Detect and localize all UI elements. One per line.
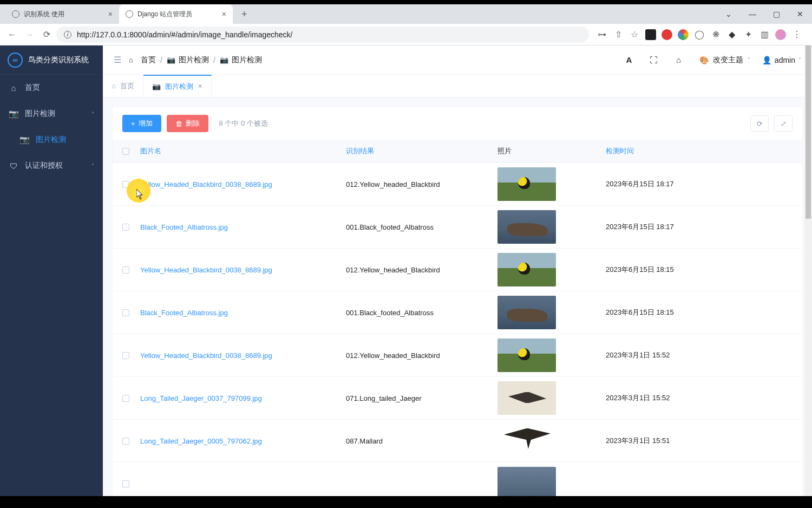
close-window-icon[interactable]: ✕ (788, 4, 812, 24)
column-result[interactable]: 识别结果 (340, 140, 492, 163)
side-panel-icon[interactable]: ▥ (759, 29, 770, 40)
browser-tab-0[interactable]: 识别系统 使用 × (5, 4, 119, 24)
checkbox-icon[interactable] (122, 480, 129, 487)
close-icon[interactable]: × (222, 10, 226, 18)
sidebar-item-label: 图片检测 (25, 109, 55, 119)
checkbox-icon[interactable] (122, 148, 129, 155)
sidebar-item-image-detect[interactable]: 📷 图片检测 ˄ (0, 101, 103, 127)
camera-icon: 📷 (9, 109, 18, 119)
share-icon[interactable]: ⇧ (613, 29, 624, 40)
sidebar-brand[interactable]: ∞ 鸟类分类识别系统 (0, 45, 103, 75)
refresh-button[interactable]: ⟳ (750, 115, 769, 132)
content-tab-image-detect[interactable]: 📷 图片检测 ✕ (143, 75, 212, 97)
minimize-icon[interactable]: — (741, 4, 764, 24)
cell-filename: Black_Footed_Albatross.jpg (135, 206, 340, 249)
page-scrollbar-thumb[interactable] (806, 45, 811, 219)
thumbnail-image[interactable] (497, 467, 556, 500)
checkbox-icon[interactable] (122, 352, 129, 359)
row-checkbox-cell[interactable] (113, 163, 135, 206)
browser-menu-icon[interactable]: ⋮ (791, 29, 802, 40)
checkbox-icon[interactable] (122, 224, 129, 231)
expand-button[interactable]: ⤢ (774, 115, 793, 132)
row-checkbox-cell[interactable] (113, 420, 135, 463)
cell-filename: Yellow_Headed_Blackbird_0038_8689.jpg (135, 163, 340, 206)
content-tab-home[interactable]: ⌂ 首页 (103, 75, 143, 97)
maximize-icon[interactable]: ▢ (764, 4, 788, 24)
filename-link[interactable]: Black_Footed_Albatross.jpg (140, 223, 228, 231)
browser-tab-1[interactable]: Django 站点管理员 × (119, 4, 233, 24)
url-text: http://127.0.0.1:8000/admin/#/admin/imag… (77, 30, 293, 39)
sidebar-subitem-image-detect[interactable]: 📷 图片检测 (11, 127, 103, 153)
thumbnail-image[interactable] (497, 253, 556, 286)
thumbnail-image[interactable] (497, 381, 556, 415)
theme-switcher[interactable]: 🎨 改变主题 ˅ (695, 55, 755, 65)
cell-filename: Yellow_Headed_Blackbird_0038_8689.jpg (135, 249, 340, 291)
password-key-icon[interactable]: ⊶ (597, 29, 607, 40)
filename-link[interactable]: Yellow_Headed_Blackbird_0038_8689.jpg (140, 266, 272, 274)
bookmark-star-icon[interactable]: ☆ (629, 29, 640, 40)
ext-icon-5[interactable]: ❋ (710, 29, 721, 40)
back-icon[interactable]: ← (4, 27, 19, 42)
breadcrumb-image-group[interactable]: 📷 图片检测 (167, 55, 209, 65)
ext-icon-2[interactable] (662, 29, 672, 40)
add-button[interactable]: + 增加 (122, 115, 161, 132)
checkbox-icon[interactable] (122, 395, 129, 402)
globe-icon (126, 10, 133, 18)
row-checkbox-cell[interactable] (113, 206, 135, 249)
sidebar-item-auth[interactable]: 🛡 认证和授权 ˅ (0, 153, 103, 179)
ext-icon-3[interactable] (678, 29, 689, 40)
column-filename[interactable]: 图片名 (135, 140, 340, 163)
thumbnail-image[interactable] (497, 210, 556, 244)
breadcrumb-home[interactable]: ⌂ 首页 (129, 55, 156, 65)
checkbox-icon[interactable] (122, 309, 129, 316)
forward-icon[interactable]: → (22, 27, 37, 42)
extensions-puzzle-icon[interactable]: ✦ (743, 29, 754, 40)
ext-icon-6[interactable]: ◆ (726, 29, 737, 40)
reload-icon[interactable]: ⟳ (39, 27, 54, 42)
ext-icon-4[interactable]: ◯ (694, 29, 705, 40)
delete-button[interactable]: 🗑 删除 (167, 115, 208, 132)
row-checkbox-cell[interactable] (113, 334, 135, 377)
font-size-icon[interactable]: A (620, 51, 638, 69)
site-info-icon[interactable]: i (64, 31, 71, 38)
column-time[interactable]: 检测时间 (600, 140, 802, 163)
cell-photo (492, 206, 600, 249)
breadcrumb-label: 图片检测 (179, 55, 209, 65)
topbar-home-icon[interactable]: ⌂ (670, 51, 687, 69)
select-all-header[interactable] (113, 140, 135, 163)
breadcrumb-label: 图片检测 (232, 55, 262, 65)
close-icon[interactable]: × (108, 10, 113, 18)
cell-result: 012.Yellow_headed_Blackbird (340, 334, 492, 377)
home-icon: ⌂ (9, 83, 18, 93)
filename-link[interactable]: Yellow_Headed_Blackbird_0038_8689.jpg (140, 180, 272, 188)
filename-link[interactable]: Long_Tailed_Jaeger_0005_797062.jpg (140, 437, 262, 445)
user-avatar[interactable] (775, 29, 786, 40)
thumbnail-image[interactable] (497, 338, 556, 372)
checkbox-icon[interactable] (122, 438, 129, 445)
filename-link[interactable]: Black_Footed_Albatross.jpg (140, 309, 228, 317)
row-checkbox-cell[interactable] (113, 291, 135, 334)
row-checkbox-cell[interactable] (113, 249, 135, 291)
cell-result: 001.Black_footed_Albatross (340, 206, 492, 249)
fullscreen-icon[interactable]: ⛶ (645, 51, 663, 69)
menu-toggle-icon[interactable]: ☰ (114, 55, 121, 65)
table-row: Long_Tailed_Jaeger_0005_797062.jpg087.Ma… (113, 420, 802, 463)
ext-icon-1[interactable] (645, 29, 656, 40)
thumbnail-image[interactable] (497, 424, 556, 458)
user-icon: 👤 (762, 56, 771, 64)
address-bar[interactable]: i http://127.0.0.1:8000/admin/#/admin/im… (56, 27, 589, 43)
row-checkbox-cell[interactable] (113, 377, 135, 420)
user-menu[interactable]: 👤 admin ˅ (762, 56, 801, 64)
thumbnail-image[interactable] (497, 167, 556, 201)
filename-link[interactable]: Yellow_Headed_Blackbird_0038_8689.jpg (140, 351, 272, 360)
tab-search-icon[interactable]: ⌄ (717, 4, 741, 24)
home-icon: ⌂ (129, 56, 137, 64)
sidebar-item-home[interactable]: ⌂ 首页 (0, 75, 103, 101)
checkbox-icon[interactable] (122, 266, 129, 273)
content-area[interactable]: + 增加 🗑 删除 8 个中 0 个被选 ⟳ ⤢ (103, 97, 812, 508)
close-icon[interactable]: ✕ (198, 83, 202, 90)
checkbox-icon[interactable] (122, 181, 129, 188)
thumbnail-image[interactable] (497, 296, 556, 329)
new-tab-button[interactable]: + (237, 9, 252, 20)
filename-link[interactable]: Long_Tailed_Jaeger_0037_797099.jpg (140, 394, 262, 402)
